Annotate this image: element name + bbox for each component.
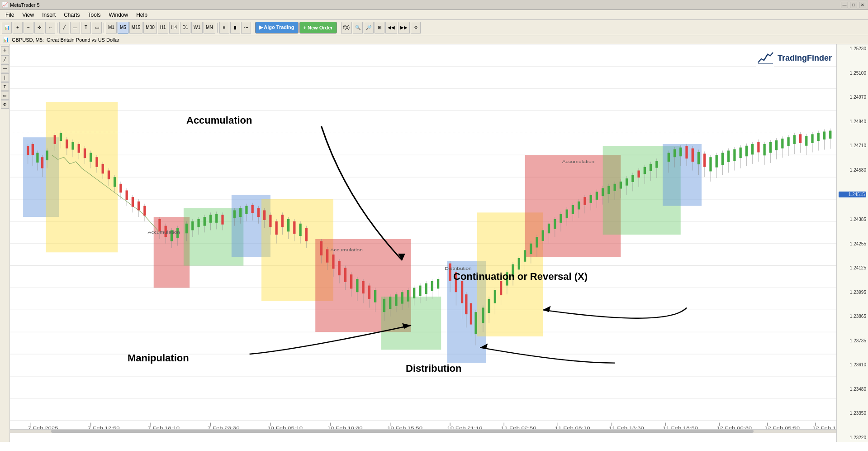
svg-rect-192	[572, 205, 574, 214]
tb-shapes[interactable]: ▭	[92, 22, 102, 34]
svg-rect-134	[395, 294, 397, 306]
menu-file[interactable]: File	[2, 11, 18, 19]
svg-rect-196	[583, 197, 586, 205]
svg-rect-144	[425, 283, 427, 294]
tb-zoom-out[interactable]: −	[24, 22, 33, 34]
menu-charts[interactable]: Charts	[60, 11, 83, 19]
svg-rect-90	[251, 205, 254, 213]
price-5: 1.24710	[839, 143, 866, 148]
svg-rect-136	[401, 292, 403, 303]
svg-rect-270	[811, 134, 813, 143]
svg-rect-256	[769, 142, 772, 153]
tb-scroll-right[interactable]: ▶▶	[398, 22, 410, 34]
svg-rect-44	[95, 157, 98, 167]
svg-rect-180	[536, 237, 538, 247]
tb-new-chart[interactable]: 📊	[2, 22, 12, 34]
chart-container[interactable]: ✛ ╱ — | T ▭ Φ	[0, 44, 868, 442]
lt-crosshair[interactable]: ✛	[1, 46, 9, 54]
titlebar-title: MetaTrader 5	[10, 2, 40, 8]
tb-move[interactable]: ↔	[45, 22, 55, 34]
svg-rect-86	[239, 208, 242, 217]
svg-rect-50	[114, 177, 116, 187]
svg-rect-54	[126, 190, 128, 200]
svg-rect-52	[119, 184, 122, 193]
price-6: 1.24580	[839, 168, 866, 173]
tb-zoom-chart-out[interactable]: 🔎	[364, 22, 374, 34]
tb-grid[interactable]: ⊞	[375, 22, 384, 34]
tb-line[interactable]: ╱	[59, 22, 69, 34]
lt-line[interactable]: ╱	[1, 55, 9, 63]
svg-rect-84	[233, 210, 236, 218]
tf-m1[interactable]: M1	[106, 22, 117, 34]
minimize-button[interactable]: —	[841, 2, 848, 8]
tb-text[interactable]: T	[81, 22, 91, 34]
svg-rect-210	[626, 178, 628, 186]
tb-indicators[interactable]: f(x)	[341, 22, 352, 34]
svg-rect-40	[84, 149, 86, 158]
svg-rect-246	[740, 148, 742, 158]
new-order-button[interactable]: + New Order	[299, 22, 337, 34]
tf-w1[interactable]: W1	[191, 22, 203, 34]
lt-vline[interactable]: |	[1, 73, 9, 82]
tb-chart-type-bar[interactable]: ≡	[219, 22, 229, 34]
price-15: 1.23350	[839, 411, 866, 416]
svg-rect-130	[383, 299, 385, 312]
lt-fib[interactable]: Φ	[1, 101, 9, 109]
menu-tools[interactable]: Tools	[85, 11, 104, 19]
tb-zoom-in[interactable]: +	[13, 22, 23, 34]
svg-rect-46	[102, 164, 104, 173]
logo-text: TradingFinder	[778, 53, 832, 63]
svg-rect-264	[793, 135, 796, 144]
svg-rect-218	[650, 164, 652, 171]
tb-zoom-chart-in[interactable]: 🔍	[353, 22, 363, 34]
tf-mn[interactable]: MN	[204, 22, 215, 34]
svg-rect-58	[138, 202, 140, 211]
sep5	[339, 23, 339, 33]
svg-rect-236	[709, 157, 711, 171]
svg-rect-142	[419, 286, 421, 296]
tb-chart-type-line[interactable]: 〜	[241, 22, 251, 34]
svg-rect-274	[823, 132, 825, 140]
tb-hline[interactable]: —	[70, 22, 80, 34]
svg-rect-108	[305, 228, 308, 241]
menu-view[interactable]: View	[19, 11, 38, 19]
tb-settings[interactable]: ⚙	[411, 22, 421, 34]
menu-window[interactable]: Window	[105, 11, 132, 19]
lt-text[interactable]: T	[1, 82, 9, 91]
tf-m5[interactable]: M5	[118, 22, 128, 34]
price-14: 1.23480	[839, 387, 866, 392]
menu-insert[interactable]: Insert	[38, 11, 59, 19]
horizontal-scrollbar[interactable]	[10, 429, 836, 433]
svg-rect-178	[530, 244, 532, 254]
svg-rect-214	[637, 171, 640, 178]
tf-m15[interactable]: M15	[129, 22, 142, 34]
svg-rect-170	[506, 272, 508, 285]
chart-symbol: GBPUSD, M5:	[12, 37, 44, 43]
tf-h1[interactable]: H1	[158, 22, 168, 34]
svg-rect-24	[36, 153, 38, 162]
algo-trading-button[interactable]: ▶ Algo Trading	[255, 22, 299, 34]
svg-rect-102	[287, 219, 289, 231]
svg-rect-164	[488, 299, 490, 313]
maximize-button[interactable]: □	[850, 2, 857, 8]
app-icon: 📈	[2, 2, 8, 8]
svg-rect-240	[721, 153, 724, 165]
tf-h4[interactable]: H4	[169, 22, 180, 34]
svg-rect-152	[455, 272, 457, 292]
lt-rect[interactable]: ▭	[1, 91, 9, 100]
svg-rect-122	[356, 279, 358, 292]
tb-scroll-left[interactable]: ◀◀	[385, 22, 397, 34]
lt-hline[interactable]: —	[1, 64, 9, 72]
svg-rect-82	[221, 215, 223, 224]
tf-d1[interactable]: D1	[180, 22, 190, 34]
tf-m30[interactable]: M30	[143, 22, 157, 34]
tb-crosshair[interactable]: ✛	[34, 22, 44, 34]
titlebar-controls[interactable]: — □ ✕	[841, 2, 866, 8]
small-distr-label2: Distribution	[445, 267, 472, 271]
tb-chart-type-candle[interactable]: ▮	[230, 22, 240, 34]
svg-rect-22	[32, 144, 34, 155]
svg-rect-174	[518, 258, 520, 269]
close-button[interactable]: ✕	[859, 2, 866, 8]
menu-help[interactable]: Help	[133, 11, 151, 19]
price-9: 1.24125	[839, 265, 866, 270]
